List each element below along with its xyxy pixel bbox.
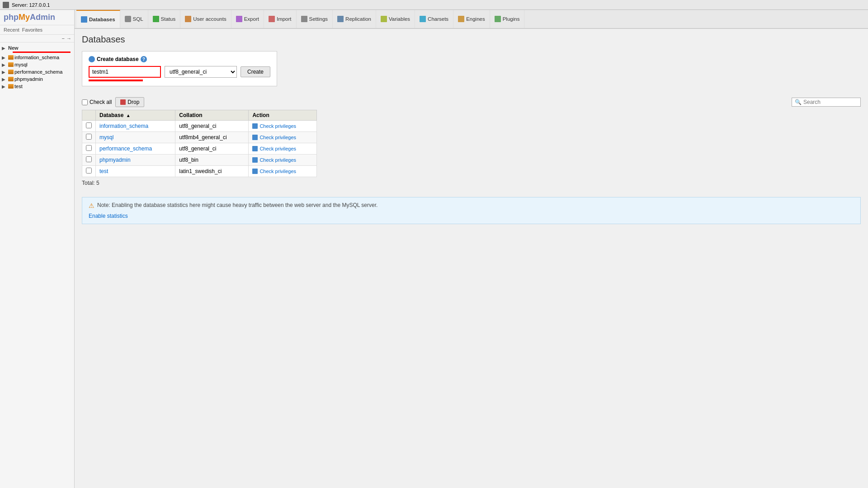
sidebar-item-test[interactable]: ▶ test [0,83,74,90]
sidebar-item-phpmyadmin[interactable]: ▶ phpmyadmin [0,75,74,83]
tab-replication[interactable]: Replication [333,10,376,28]
tree-new-bar [13,52,71,53]
row-collation-cell-phpmyadmin: utf8_bin [175,155,249,166]
check-privileges-link-information_schema[interactable]: Check privileges [259,123,296,129]
action-cell-phpmyadmin: Check privileges [252,157,313,163]
drop-button[interactable]: Drop [115,97,144,107]
db-link-test[interactable]: test [99,168,108,174]
check-privileges-link-mysql[interactable]: Check privileges [259,135,296,140]
search-input[interactable] [803,99,858,105]
sidebar-item-performance-schema[interactable]: ▶ performance_schema [0,68,74,75]
sidebar-nav-recent[interactable]: Recent [4,27,19,33]
db-icon-information-schema [8,55,14,60]
search-icon: 🔍 [795,99,802,105]
sidebar: phpMyAdmin Recent Favorites − → ▶ New ▶ … [0,10,75,488]
row-checkbox-cell [82,121,96,132]
check-privileges-link-phpmyadmin[interactable]: Check privileges [259,157,296,163]
logo: phpMyAdmin [4,13,55,22]
tab-export-label: Export [244,16,259,22]
validation-bar [89,80,143,81]
tab-engines[interactable]: Engines [453,10,490,28]
tab-sql[interactable]: SQL [120,10,148,28]
row-checkbox-mysql[interactable] [86,134,92,140]
page-content: Databases Create database ? utf8_general… [75,29,868,488]
tab-export[interactable]: Export [231,10,264,28]
sidebar-item-information-schema[interactable]: ▶ information_schema [0,54,74,61]
action-icon-test [252,169,258,174]
import-icon [269,16,275,22]
check-privileges-link-performance_schema[interactable]: Check privileges [259,146,296,151]
engines-icon [458,16,464,22]
db-name-input[interactable] [89,66,161,78]
help-icon[interactable]: ? [141,56,147,62]
tab-import[interactable]: Import [264,10,297,28]
db-link-performance_schema[interactable]: performance_schema [99,145,152,152]
row-collation-cell-information_schema: utf8_general_ci [175,121,249,132]
create-button[interactable]: Create [241,66,270,77]
tree-toggle-new: ▶ [2,46,8,51]
tree-toggle-test: ▶ [2,84,8,89]
row-db-name-cell: mysql [96,132,175,143]
tab-charsets[interactable]: Charsets [415,10,453,28]
create-db-form: utf8_general_ci utf8mb4_general_ci latin… [89,66,270,78]
row-collation-cell-performance_schema: utf8_general_ci [175,143,249,155]
note-text: ⚠ Note: Enabling the database statistics… [89,202,854,209]
table-row: mysql utf8mb4_general_ci Check privilege… [82,132,317,143]
table-row: phpmyadmin utf8_bin Check privileges [82,155,317,166]
top-nav: Databases SQL Status User accounts Expor… [75,10,868,29]
tab-engines-label: Engines [466,16,485,22]
row-checkbox-phpmyadmin[interactable] [86,156,92,162]
check-all-text: Check all [90,99,112,105]
tree-label-new: New [8,45,19,51]
create-db-section-icon [89,56,95,62]
user-accounts-icon [185,16,191,22]
tab-settings[interactable]: Settings [297,10,333,28]
tree-label-phpmyadmin: phpmyadmin [14,76,43,82]
action-cell-mysql: Check privileges [252,135,313,140]
action-icon-information_schema [252,123,258,129]
tree-toggle-mysql: ▶ [2,62,8,67]
sidebar-tree: ▶ New ▶ information_schema ▶ mysql ▶ per… [0,42,74,488]
tab-replication-label: Replication [345,16,371,22]
row-checkbox-information_schema[interactable] [86,122,92,128]
table-row: information_schema utf8_general_ci Check… [82,121,317,132]
sidebar-expand-btn[interactable]: → [66,36,71,41]
check-all-label[interactable]: Check all [82,99,112,105]
tab-plugins-label: Plugins [503,16,520,22]
tab-user-accounts-label: User accounts [193,16,226,22]
db-icon-phpmyadmin [8,77,14,81]
tree-label-test: test [14,84,23,89]
tab-databases[interactable]: Databases [76,10,120,28]
databases-icon [81,16,87,23]
enable-stats-link[interactable]: Enable statistics [89,213,854,219]
row-collation-cell-test: latin1_swedish_ci [175,166,249,177]
tab-status[interactable]: Status [148,10,181,28]
sidebar-item-mysql[interactable]: ▶ mysql [0,61,74,68]
sidebar-nav-favorites[interactable]: Favorites [22,27,42,33]
row-checkbox-test[interactable] [86,168,92,174]
page-title: Databases [82,34,861,45]
sidebar-top-nav: Recent Favorites [0,25,74,35]
db-link-information_schema[interactable]: information_schema [99,123,148,129]
table-actions-left: Check all Drop [82,97,144,107]
db-link-phpmyadmin[interactable]: phpmyadmin [99,157,131,163]
row-checkbox-cell [82,143,96,155]
sidebar-item-new[interactable]: ▶ New [0,44,74,52]
th-database[interactable]: Database ▲ [96,110,175,121]
collation-select[interactable]: utf8_general_ci utf8mb4_general_ci latin… [165,66,237,78]
db-link-mysql[interactable]: mysql [99,134,113,141]
db-icon-mysql [8,62,14,67]
tab-variables[interactable]: Variables [376,10,415,28]
tab-plugins[interactable]: Plugins [490,10,525,28]
content-area: Databases SQL Status User accounts Expor… [75,10,868,488]
create-db-section: Create database ? utf8_general_ci utf8mb… [82,51,277,86]
row-checkbox-performance_schema[interactable] [86,145,92,151]
action-cell-information_schema: Check privileges [252,123,313,129]
check-privileges-link-test[interactable]: Check privileges [259,169,296,174]
tab-user-accounts[interactable]: User accounts [180,10,231,28]
check-all-checkbox[interactable] [82,99,88,105]
note-section: ⚠ Note: Enabling the database statistics… [82,197,861,224]
sidebar-collapse-btn[interactable]: − [62,36,65,41]
table-actions-bar: Check all Drop 🔍 [82,97,861,107]
row-checkbox-cell [82,166,96,177]
